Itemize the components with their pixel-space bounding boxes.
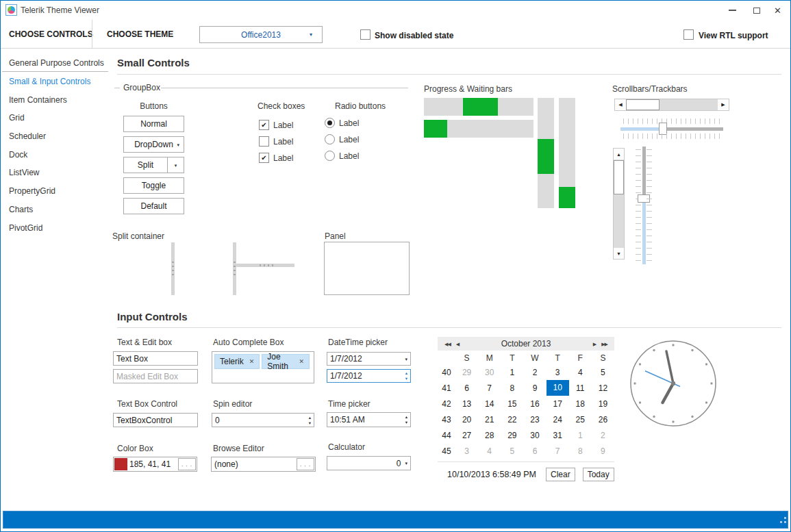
scrollbar-thumb[interactable] (614, 160, 624, 194)
remove-token-icon[interactable]: ✕ (249, 358, 255, 365)
calendar-day[interactable]: 4 (569, 368, 592, 377)
masked-edit-input[interactable]: Masked Edit Box (113, 369, 198, 383)
splitter-handle[interactable] (233, 242, 236, 295)
sidebar-item-scheduler[interactable]: Scheduler (9, 131, 46, 141)
checkbox-1[interactable]: ✔ (259, 120, 269, 130)
remove-token-icon[interactable]: ✕ (299, 358, 304, 365)
calendar-day[interactable]: 7 (478, 383, 501, 393)
scroll-right-icon[interactable]: ▶ (718, 99, 729, 110)
theme-dropdown[interactable]: Office2013 ▾ (199, 26, 323, 43)
calendar-day[interactable]: 8 (569, 446, 592, 456)
spin-up-icon[interactable]: ▴ (309, 416, 311, 420)
view-rtl-label[interactable]: View RTL support (699, 31, 768, 40)
calendar-day[interactable]: 26 (592, 415, 614, 425)
calendar-day[interactable]: 31 (547, 431, 569, 440)
calendar-day[interactable]: 3 (547, 368, 569, 377)
spin-down-icon[interactable]: ▾ (405, 377, 407, 381)
radio-2[interactable] (325, 134, 335, 144)
calendar-day[interactable]: 29 (455, 368, 478, 377)
calendar-day[interactable]: 17 (547, 399, 569, 409)
sidebar-item-grid[interactable]: Grid (9, 113, 25, 123)
spin-buttons[interactable]: ▴ ▾ (405, 415, 407, 425)
textbox-control-input[interactable]: TextBoxControl (113, 413, 198, 427)
spin-down-icon[interactable]: ▾ (405, 420, 407, 425)
radio-1-label[interactable]: Label (339, 118, 359, 128)
chevron-down-icon[interactable]: ▾ (168, 163, 184, 168)
calendar-title[interactable]: October 2013 (462, 339, 590, 349)
spin-editor-input[interactable]: 0 ▴ ▾ (212, 413, 314, 427)
text-box-input[interactable]: Text Box (113, 351, 198, 366)
default-button[interactable]: Default (123, 198, 184, 214)
radio-1[interactable] (325, 118, 335, 128)
calendar-day[interactable]: 5 (501, 446, 523, 456)
autocomplete-token[interactable]: Telerik ✕ (214, 354, 260, 369)
colorbox-browse-button[interactable]: . . . (178, 458, 196, 470)
calendar-day-selected[interactable]: 10 (547, 380, 569, 396)
spin-buttons[interactable]: ▴ ▾ (309, 416, 311, 425)
horizontal-trackbar[interactable] (620, 118, 723, 139)
calendar-day[interactable]: 13 (455, 399, 478, 409)
radio-3[interactable] (325, 151, 335, 161)
calendar-day[interactable]: 7 (547, 446, 569, 456)
checkbox-3-label[interactable]: Label (273, 153, 293, 163)
autocomplete-token[interactable]: Joe Smith ✕ (262, 354, 310, 369)
chevron-down-icon[interactable]: ▾ (405, 461, 407, 466)
calendar-day[interactable]: 23 (523, 415, 546, 425)
spin-down-icon[interactable]: ▾ (309, 421, 311, 425)
radio-3-label[interactable]: Label (339, 151, 359, 161)
view-rtl-checkbox[interactable] (683, 29, 694, 40)
minimize-button[interactable] (722, 1, 743, 20)
radio-2-label[interactable]: Label (339, 135, 359, 144)
calendar-day[interactable]: 2 (523, 368, 546, 377)
time-picker-input[interactable]: 10:51 AM ▴ ▾ (327, 412, 411, 427)
calendar-day[interactable]: 4 (478, 446, 501, 456)
show-disabled-label[interactable]: Show disabled state (375, 31, 453, 40)
horizontal-scrollbar[interactable]: ◀ ▶ (614, 99, 729, 111)
calendar-day[interactable]: 2 (592, 431, 614, 440)
sidebar-item-small-input[interactable]: Small & Input Controls (9, 77, 90, 86)
checkbox-1-label[interactable]: Label (273, 121, 293, 130)
calendar-day[interactable]: 14 (478, 399, 501, 409)
calendar-clear-button[interactable]: Clear (546, 468, 575, 481)
calendar-day[interactable]: 29 (501, 431, 523, 440)
calendar-day[interactable]: 15 (501, 399, 523, 409)
close-button[interactable]: ✕ (767, 1, 788, 20)
calendar-day[interactable]: 27 (455, 431, 478, 440)
calendar-day[interactable]: 1 (501, 368, 523, 377)
scrollbar-thumb[interactable] (626, 99, 660, 110)
calendar-day[interactable]: 6 (523, 446, 546, 456)
spin-up-icon[interactable]: ▴ (405, 371, 407, 375)
calendar-day[interactable]: 8 (501, 383, 523, 393)
calendar-day[interactable]: 11 (569, 383, 592, 393)
calendar-next-month-icon[interactable]: ▶ (593, 342, 596, 346)
checkbox-2-label[interactable]: Label (273, 137, 293, 147)
spin-up-icon[interactable]: ▴ (405, 415, 407, 419)
sidebar-item-propertygrid[interactable]: PropertyGrid (9, 186, 55, 196)
calendar-day[interactable]: 21 (478, 415, 501, 425)
calendar-day[interactable]: 20 (455, 415, 478, 425)
calendar-day[interactable]: 9 (592, 446, 614, 456)
splitter-handle[interactable] (236, 264, 294, 267)
colorbox-input[interactable]: 185, 41, 41 . . . (113, 457, 197, 472)
calendar-next-year-icon[interactable]: ▶▶ (601, 342, 607, 346)
browse-button[interactable]: . . . (297, 458, 314, 470)
calendar-day[interactable]: 28 (478, 431, 501, 440)
calendar-day[interactable]: 16 (523, 399, 546, 409)
calendar-day[interactable]: 22 (501, 415, 523, 425)
datetime-spinner-input[interactable]: 1/7/2012 ▴ ▾ (327, 369, 411, 383)
browse-editor-input[interactable]: (none) . . . (211, 457, 316, 472)
normal-button[interactable]: Normal (123, 116, 184, 132)
toggle-button[interactable]: Toggle (123, 177, 184, 194)
split-button[interactable]: Split ▾ (123, 157, 184, 173)
autocomplete-input[interactable]: Telerik ✕ Joe Smith ✕ (212, 351, 314, 383)
scroll-up-icon[interactable]: ▲ (614, 149, 624, 160)
calendar-day[interactable]: 18 (569, 399, 592, 409)
sidebar-item-charts[interactable]: Charts (9, 205, 33, 214)
calendar-day[interactable]: 5 (592, 368, 614, 377)
calendar-day[interactable]: 25 (569, 415, 592, 425)
calendar-day[interactable]: 19 (592, 399, 614, 409)
sidebar-item-item-containers[interactable]: Item Containers (9, 95, 67, 105)
vertical-trackbar[interactable] (636, 147, 652, 264)
chevron-down-icon[interactable]: ▾ (405, 357, 407, 362)
dropdown-button[interactable]: DropDown ▾ (123, 136, 184, 153)
